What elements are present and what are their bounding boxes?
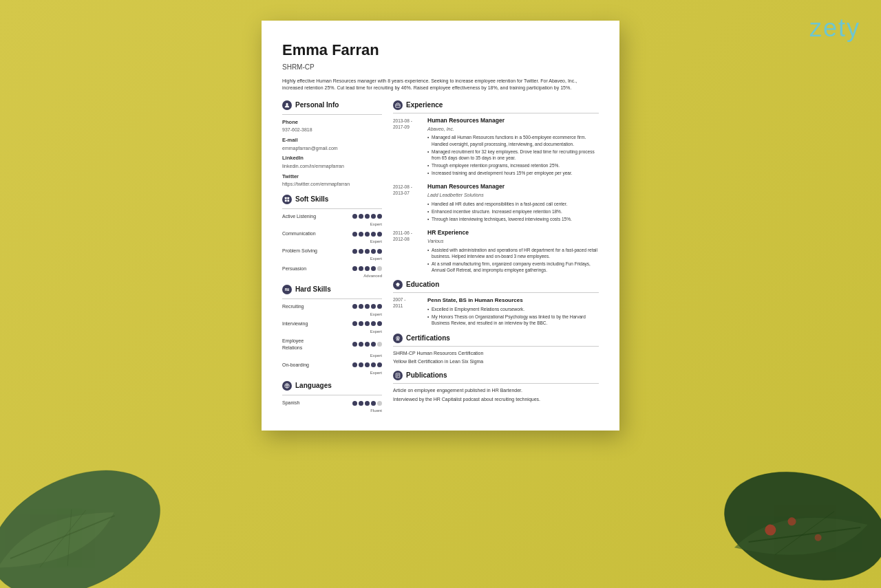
education-item: 2007 -2011 Penn State, BS in Human Resou… [393,296,599,327]
svg-point-20 [288,290,289,291]
zety-logo: zety [809,14,860,43]
hard-skills-list: Recruiting Expert Interviewing Expert Em… [282,303,382,376]
resume-summary: Highly effective Human Resources manager… [282,78,599,92]
experience-item: 2012-08 -2013-07 Human Resources Manager… [393,183,599,224]
svg-point-21 [285,384,289,388]
soft-skill-item: Persuasion Advanced [282,265,382,279]
resume-name: Emma Farran [282,40,599,61]
soft-skills-icon [282,195,292,204]
publication-item: Article on employee engagement published… [393,387,599,394]
resume-container: Emma Farran SHRM-CP Highly effective Hum… [262,21,619,431]
certifications-icon [393,334,403,343]
hard-skills-icon [282,285,292,294]
email-value: emmapfarran@gmail.com [282,145,382,152]
certifications-header: Certifications [393,334,599,343]
certifications-list: SHRM-CP Human Resources CertificationYel… [393,350,599,366]
languages-title: Languages [295,381,332,391]
svg-point-26 [397,337,399,338]
hard-skill-item: Interviewing Expert [282,320,382,334]
leaf-right-decoration [710,450,881,588]
education-header: Education [393,280,599,290]
hard-skills-title: Hard Skills [295,285,331,294]
experience-item: 2013-08 -2017-09 Human Resources Manager… [393,117,599,177]
languages-list: Spanish Fluent [282,400,382,413]
svg-rect-15 [285,199,287,202]
certification-item: Yellow Belt Certification in Lean Six Si… [393,358,599,365]
svg-rect-16 [287,199,289,202]
hard-skills-header: Hard Skills [282,285,382,294]
soft-skill-item: Problem Solving Expert [282,248,382,261]
publications-header: Publications [393,371,599,380]
publication-item: Interviewed by the HR Capitalist podcast… [393,396,599,403]
experience-icon [393,100,403,110]
svg-rect-23 [396,104,400,107]
left-column: Personal Info Phone 937-602-3818 E-mail … [282,100,382,417]
hard-skill-item: Recruiting Expert [282,303,382,317]
education-icon [393,280,403,290]
resume-title: SHRM-CP [282,63,599,72]
personal-info-header: Personal Info [282,100,382,110]
soft-skill-item: Communication Expert [282,230,382,244]
soft-skills-title: Soft Skills [295,195,328,204]
languages-icon [282,381,292,391]
publications-title: Publications [406,371,447,380]
languages-header: Languages [282,381,382,391]
svg-point-12 [286,103,288,105]
email-label: E-mail [282,137,382,144]
phone-value: 937-602-3818 [282,127,382,133]
education-title: Education [406,280,439,290]
soft-skill-item: Active Listening Expert [282,213,382,227]
publications-icon [393,371,403,380]
certifications-title: Certifications [406,334,450,343]
experience-header: Experience [393,100,599,110]
svg-rect-13 [285,197,287,199]
twitter-value: https://twitter.com/emmapfarran [282,181,382,188]
twitter-label: Twitter [282,173,382,181]
phone-label: Phone [282,119,382,127]
personal-info-icon [282,100,292,110]
education-list: 2007 -2011 Penn State, BS in Human Resou… [393,296,599,327]
right-column: Experience 2013-08 -2017-09 Human Resour… [393,100,599,417]
experience-title: Experience [406,100,443,110]
publications-list: Article on employee engagement published… [393,387,599,403]
soft-skills-header: Soft Skills [282,195,382,204]
experience-list: 2013-08 -2017-09 Human Resources Manager… [393,117,599,274]
hard-skill-item: On-boarding Expert [282,362,382,375]
certification-item: SHRM-CP Human Resources Certification [393,350,599,357]
personal-info-title: Personal Info [295,100,339,110]
svg-point-19 [286,288,287,290]
linkedin-value: linkedin.com/in/emmapfarran [282,163,382,170]
leaf-left-decoration [0,448,182,588]
language-item: Spanish Fluent [282,400,382,413]
experience-item: 2011-06 -2012-08 HR Experience Various A… [393,229,599,274]
soft-skills-list: Active Listening Expert Communication Ex… [282,213,382,279]
hard-skill-item: Employee Relations Expert [282,338,382,358]
svg-rect-14 [287,197,289,199]
linkedin-label: LinkedIn [282,155,382,162]
